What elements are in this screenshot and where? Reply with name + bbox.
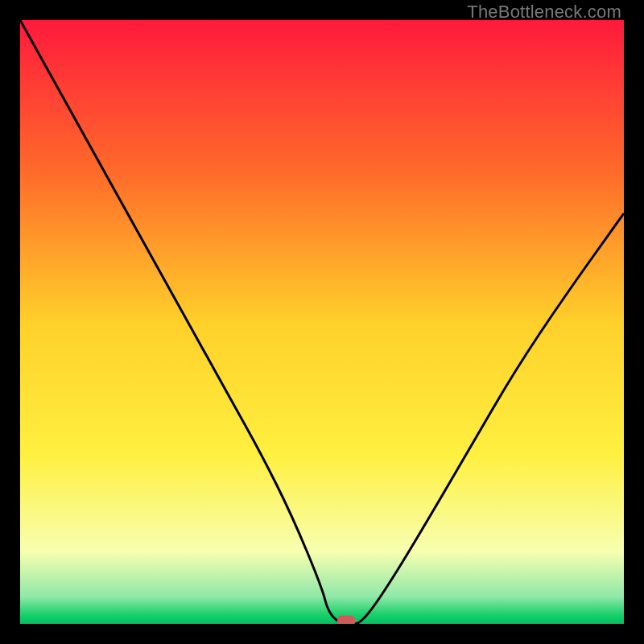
bottleneck-chart: [20, 20, 624, 624]
watermark-text: TheBottleneck.com: [467, 2, 621, 23]
chart-frame: [20, 20, 624, 624]
chart-background: [20, 20, 624, 624]
selected-point-marker: [337, 616, 355, 624]
